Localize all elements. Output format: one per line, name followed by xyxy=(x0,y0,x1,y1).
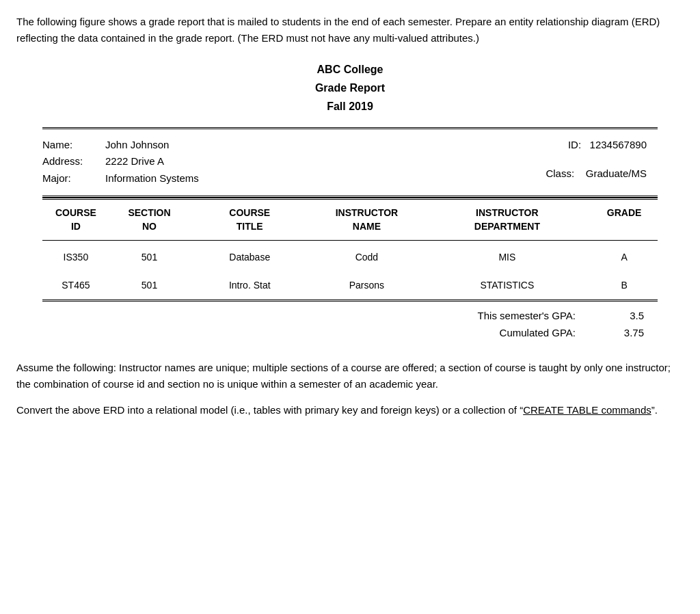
cell-grade: B xyxy=(591,271,658,299)
table-header-row: COURSEID SECTIONNO COURSETITLE INSTRUCTO… xyxy=(42,200,658,241)
student-info-section: Name: John Johnson Address: 2222 Drive A… xyxy=(42,127,658,198)
address-value: 2222 Drive A xyxy=(105,154,164,170)
id-value: 1234567890 xyxy=(590,139,647,150)
student-info-left: Name: John Johnson Address: 2222 Drive A… xyxy=(42,137,350,188)
courses-table: COURSEID SECTIONNO COURSETITLE INSTRUCTO… xyxy=(42,200,658,299)
name-label: Name: xyxy=(42,137,92,153)
courses-table-wrapper: COURSEID SECTIONNO COURSETITLE INSTRUCTO… xyxy=(42,198,658,302)
major-value: Information Systems xyxy=(105,171,199,187)
semester-gpa-label: This semester's GPA: xyxy=(478,308,576,324)
header-course-id: COURSEID xyxy=(42,200,109,241)
cell-section-no: 501 xyxy=(109,241,189,272)
header-course-title: COURSETITLE xyxy=(189,200,310,241)
cell-instructor-name: Codd xyxy=(310,241,423,272)
student-info-right: ID: 1234567890 Class: Graduate/MS xyxy=(350,137,658,188)
footer-text: Assume the following: Instructor names a… xyxy=(16,360,684,418)
report-title: Grade Report xyxy=(42,79,658,97)
convert-prefix: Convert the above ERD into a relational … xyxy=(16,404,523,416)
cell-section-no: 501 xyxy=(109,271,189,299)
class-value: Graduate/MS xyxy=(586,168,647,179)
cell-course-title: Database xyxy=(189,241,310,272)
gpa-labels: This semester's GPA: Cumulated GPA: xyxy=(478,308,576,341)
gpa-section: This semester's GPA: Cumulated GPA: 3.5 … xyxy=(42,302,658,347)
cumulated-gpa-value: 3.75 xyxy=(617,325,644,341)
name-value: John Johnson xyxy=(105,137,169,153)
address-label: Address: xyxy=(42,154,92,170)
convert-suffix: ”. xyxy=(651,404,658,416)
class-label: Class: xyxy=(546,168,574,179)
convert-paragraph: Convert the above ERD into a relational … xyxy=(16,402,684,418)
cell-instructor-name: Parsons xyxy=(310,271,423,299)
college-name: ABC College xyxy=(42,60,658,79)
cell-instructor-dept: STATISTICS xyxy=(424,271,591,299)
report-semester: Fall 2019 xyxy=(42,97,658,116)
header-grade: GRADE xyxy=(591,200,658,241)
assumption-paragraph: Assume the following: Instructor names a… xyxy=(16,360,684,392)
table-row: IS350501DatabaseCoddMISA xyxy=(42,241,658,272)
cell-course-id: ST465 xyxy=(42,271,109,299)
major-label: Major: xyxy=(42,171,92,187)
cell-instructor-dept: MIS xyxy=(424,241,591,272)
semester-gpa-value: 3.5 xyxy=(617,308,644,324)
cumulated-gpa-label: Cumulated GPA: xyxy=(478,325,576,341)
id-label: ID: xyxy=(568,139,581,150)
gpa-values: 3.5 3.75 xyxy=(617,308,644,341)
convert-command: CREATE TABLE commands xyxy=(523,404,651,416)
header-section-no: SECTIONNO xyxy=(109,200,189,241)
cell-course-id: IS350 xyxy=(42,241,109,272)
intro-paragraph: The following figure shows a grade repor… xyxy=(16,14,684,46)
cell-grade: A xyxy=(591,241,658,272)
table-row: ST465501Intro. StatParsonsSTATISTICSB xyxy=(42,271,658,299)
header-instructor-name: INSTRUCTORNAME xyxy=(310,200,423,241)
grade-report: ABC College Grade Report Fall 2019 Name:… xyxy=(42,60,658,347)
cell-course-title: Intro. Stat xyxy=(189,271,310,299)
header-instructor-dept: INSTRUCTORDEPARTMENT xyxy=(424,200,591,241)
report-header: ABC College Grade Report Fall 2019 xyxy=(42,60,658,116)
